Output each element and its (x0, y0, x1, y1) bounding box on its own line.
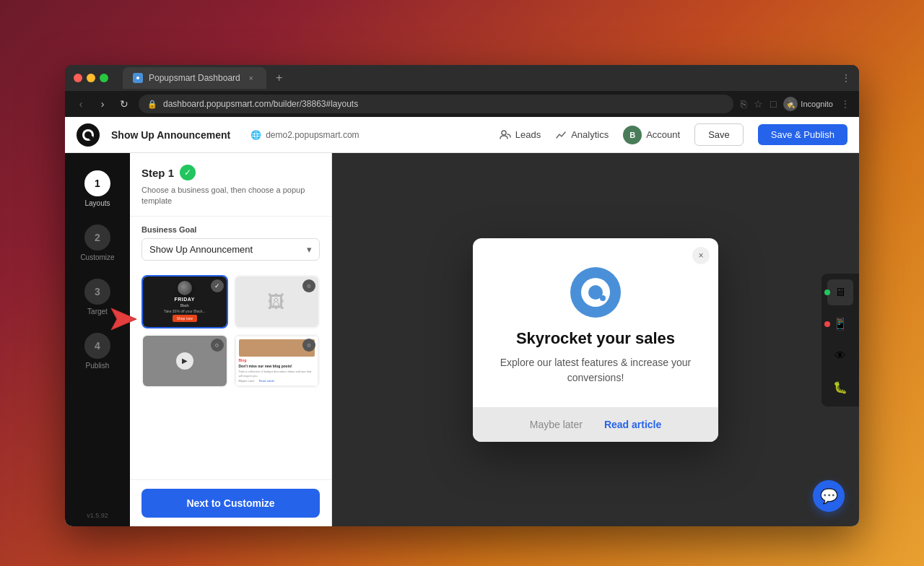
business-goal-dropdown[interactable]: Show Up Announcement ▾ (141, 238, 320, 261)
analytics-icon (555, 129, 567, 141)
play-icon: ▶ (176, 352, 193, 370)
template-blank[interactable]: 🖼 ○ (234, 275, 321, 328)
desktop-view-button[interactable]: 🖥 (827, 279, 853, 305)
eye-icon: 👁 (834, 349, 846, 362)
version-label: v1.5.92 (87, 512, 108, 519)
popup-title: Skyrocket your sales (494, 329, 697, 348)
maybe-later-button[interactable]: Maybe later (530, 419, 583, 430)
menu-icon[interactable]: ⋮ (840, 98, 850, 110)
leads-label: Leads (515, 129, 541, 140)
bf-friday-text: FRIDAY (175, 297, 195, 302)
step-2-circle: 2 (84, 225, 110, 251)
browser-tab[interactable]: Popupsmart Dashboard × (123, 67, 266, 89)
account-nav-item[interactable]: B Account (623, 126, 680, 144)
save-button[interactable]: Save (694, 123, 744, 146)
svg-point-1 (136, 77, 139, 79)
blank-check: ○ (302, 279, 315, 292)
browser-actions: ⎘ ☆ □ 🕵 Incognito ⋮ (741, 97, 850, 111)
sidebar-step-customize[interactable]: 2 Customize (65, 219, 130, 267)
blog-body: Take a collection of budget decoration i… (239, 370, 315, 377)
svg-point-5 (502, 131, 506, 135)
tab-close-icon[interactable]: × (246, 73, 256, 83)
back-button[interactable]: ‹ (74, 98, 88, 110)
sidebar: 1 Layouts 2 Customize 3 Target 4 Publish… (65, 153, 130, 526)
leads-nav-item[interactable]: Leads (500, 129, 541, 141)
svg-point-4 (89, 136, 93, 140)
analytics-nav-item[interactable]: Analytics (555, 129, 609, 141)
analytics-label: Analytics (571, 129, 609, 140)
business-goal-label: Business Goal (141, 225, 320, 234)
template-blog[interactable]: Blog Don't miss our new blog posts! Take… (234, 334, 321, 388)
red-arrow-icon (104, 305, 140, 334)
blog-title: Don't miss our new blog posts! (239, 364, 315, 368)
new-tab-button[interactable]: + (271, 69, 288, 87)
bookmark-icon[interactable]: ☆ (754, 98, 763, 110)
debug-button[interactable]: 🐛 (827, 375, 853, 401)
template-black-friday[interactable]: FRIDAY Black Take 30% off your Black... … (141, 275, 228, 328)
step-text: Step 1 (141, 167, 174, 179)
step-indicator: Step 1 ✓ (141, 165, 320, 180)
read-article-button[interactable]: Read article (604, 419, 661, 430)
business-goal-value: Show Up Announcement (149, 244, 253, 255)
save-publish-button[interactable]: Save & Publish (758, 124, 847, 145)
bf-cta-button: Shop now (173, 315, 197, 322)
app-title: Show Up Announcement (111, 129, 230, 141)
sidebar-toggle-icon[interactable]: □ (770, 98, 776, 110)
step-3-circle: 3 (84, 279, 110, 305)
cast-icon[interactable]: ⎘ (741, 98, 746, 110)
leads-icon (500, 129, 511, 141)
account-label: Account (646, 129, 680, 140)
popup-logo-dot (588, 285, 603, 300)
template-selected-check: ✓ (211, 279, 224, 292)
main-content: 1 Layouts 2 Customize 3 Target 4 Publish… (65, 153, 859, 526)
bf-discount-text: Take 30% off your Black... (164, 309, 206, 313)
sidebar-step-layouts[interactable]: 1 Layouts (65, 165, 130, 213)
step-4-circle: 4 (84, 333, 110, 359)
refresh-button[interactable]: ↻ (117, 98, 131, 110)
tab-title: Popupsmart Dashboard (149, 73, 240, 83)
business-goal-section: Business Goal Show Up Announcement ▾ (130, 217, 331, 269)
address-bar: ‹ › ↻ 🔒 dashboard.popupsmart.com/builder… (65, 91, 859, 117)
title-bar: Popupsmart Dashboard × + ⋮ (65, 65, 859, 91)
chevron-down-icon: ▾ (307, 244, 312, 255)
tab-bar: Popupsmart Dashboard × + ⋮ (123, 67, 850, 89)
close-button[interactable] (74, 74, 82, 82)
minimize-button[interactable] (87, 74, 95, 82)
incognito-badge: 🕵 Incognito (783, 97, 833, 111)
step-check-icon: ✓ (180, 165, 196, 180)
image-placeholder-icon: 🖼 (268, 292, 285, 312)
forward-button[interactable]: › (95, 98, 110, 110)
step-description: Choose a business goal, then choose a po… (141, 185, 320, 207)
blog-links: Maybe Later Read article (239, 379, 315, 383)
traffic-lights (74, 74, 108, 82)
bf-ball-decoration (178, 281, 192, 295)
next-to-customize-button[interactable]: Next to Customize (141, 489, 320, 518)
url-bar[interactable]: 🔒 dashboard.popupsmart.com/builder/38863… (139, 95, 733, 113)
step-1-label: Layouts (84, 199, 110, 207)
lock-icon: 🔒 (147, 100, 157, 109)
mobile-dot (824, 321, 830, 327)
popup-close-button[interactable]: × (692, 247, 710, 264)
blog-check: ○ (302, 339, 315, 352)
templates-grid: FRIDAY Black Take 30% off your Black... … (130, 269, 331, 479)
header-nav: Leads Analytics B Account Save Save & Pu… (500, 123, 847, 146)
blog-tag: Blog (239, 358, 315, 362)
step-2-label: Customize (80, 253, 114, 261)
chat-button[interactable]: 💬 (813, 480, 845, 512)
blog-read-link: Read article (259, 379, 274, 383)
panel-footer: Next to Customize (130, 479, 331, 526)
app-area: Show Up Announcement 🌐 demo2.popupsmart.… (65, 117, 859, 526)
fullscreen-button[interactable] (100, 74, 108, 82)
step-1-circle: 1 (84, 170, 110, 196)
template-video[interactable]: ▶ ○ (141, 334, 228, 388)
incognito-icon: 🕵 (783, 97, 798, 111)
right-toolbar: 🖥 📱 👁 🐛 (821, 274, 859, 406)
step-4-label: Publish (86, 362, 110, 370)
mobile-icon: 📱 (833, 317, 847, 331)
tab-menu-button[interactable]: ⋮ (842, 73, 850, 83)
arrow-pointer (104, 305, 140, 336)
tab-favicon (133, 73, 143, 83)
panel-header: Step 1 ✓ Choose a business goal, then ch… (130, 153, 331, 217)
mobile-view-button[interactable]: 📱 (827, 311, 853, 337)
preview-button[interactable]: 👁 (827, 343, 853, 369)
